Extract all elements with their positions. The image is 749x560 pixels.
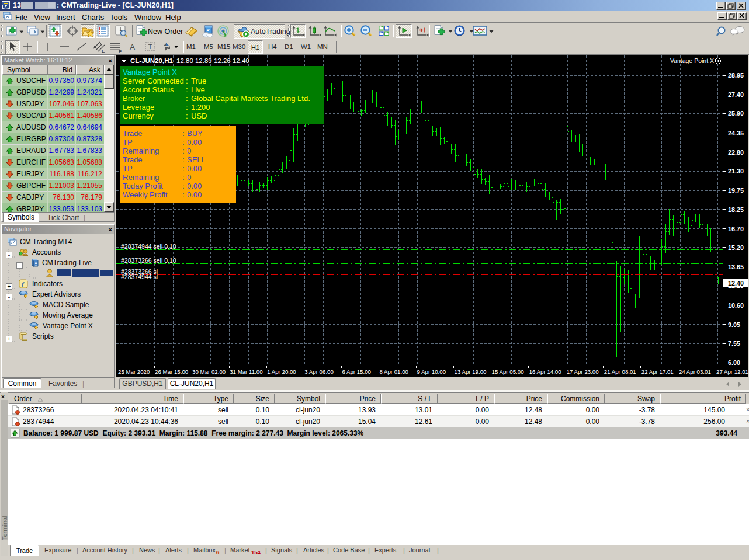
svg-text:19.75: 19.75 (728, 187, 744, 194)
svg-text:9.05: 9.05 (728, 321, 740, 328)
svg-text:6 Apr 15:00: 6 Apr 15:00 (342, 368, 371, 375)
svg-text:F: F (119, 49, 122, 54)
svg-text:15.20: 15.20 (728, 244, 744, 251)
svg-text:16 Apr 14:00: 16 Apr 14:00 (529, 368, 562, 375)
svg-text:27.40: 27.40 (728, 91, 744, 98)
svg-text:T: T (148, 43, 152, 50)
svg-text:E: E (102, 48, 105, 54)
svg-text:21 Apr 08:01: 21 Apr 08:01 (604, 368, 636, 375)
svg-text:12.40: 12.40 (728, 280, 744, 287)
svg-text:#28374944 sell 0.10: #28374944 sell 0.10 (121, 243, 176, 250)
svg-text:#28373266 sell 0.10: #28373266 sell 0.10 (121, 257, 176, 264)
svg-text:13.65: 13.65 (728, 263, 744, 270)
svg-text:3 Apr 06:00: 3 Apr 06:00 (304, 368, 334, 375)
svg-text:9 Apr 10:00: 9 Apr 10:00 (417, 368, 446, 375)
svg-text:25.90: 25.90 (728, 110, 744, 117)
svg-text:#28374944 sl: #28374944 sl (121, 273, 158, 280)
svg-text:22 Apr 17:01: 22 Apr 17:01 (641, 368, 674, 375)
svg-text:22.80: 22.80 (728, 149, 744, 156)
svg-text:13 Apr 19:00: 13 Apr 19:00 (455, 368, 487, 375)
svg-text:15 Apr 05:00: 15 Apr 05:00 (492, 368, 525, 375)
svg-text:28.95: 28.95 (728, 72, 744, 79)
svg-text:30 Mar 02:00: 30 Mar 02:00 (192, 368, 226, 375)
svg-text:1 Apr 20:00: 1 Apr 20:00 (267, 368, 296, 375)
svg-text:26 Mar 15:00: 26 Mar 15:00 (155, 368, 189, 375)
svg-text:8 Apr 01:00: 8 Apr 01:00 (379, 368, 408, 375)
svg-text:25 Mar 2020: 25 Mar 2020 (118, 368, 150, 375)
svg-text:CL-JUN20,H1: CL-JUN20,H1 (130, 57, 173, 64)
svg-text:17 Apr 23:00: 17 Apr 23:00 (567, 368, 599, 375)
svg-text:27 Apr 12:01: 27 Apr 12:01 (716, 368, 748, 375)
svg-text:18.25: 18.25 (728, 206, 744, 213)
svg-text:21.30: 21.30 (728, 168, 744, 175)
svg-text:31 Mar 11:00: 31 Mar 11:00 (230, 368, 263, 375)
svg-text:24.35: 24.35 (728, 130, 744, 137)
svg-text:16.70: 16.70 (728, 225, 744, 232)
svg-text:10.60: 10.60 (728, 302, 744, 309)
svg-text:7.55: 7.55 (728, 340, 740, 347)
svg-text:24 Apr 03:01: 24 Apr 03:01 (679, 368, 711, 375)
svg-text:12.80 12.89 12.26 12.40: 12.80 12.89 12.26 12.40 (176, 57, 249, 64)
svg-text:6.00: 6.00 (728, 359, 740, 366)
svg-text:Vantage Point X: Vantage Point X (670, 57, 714, 64)
